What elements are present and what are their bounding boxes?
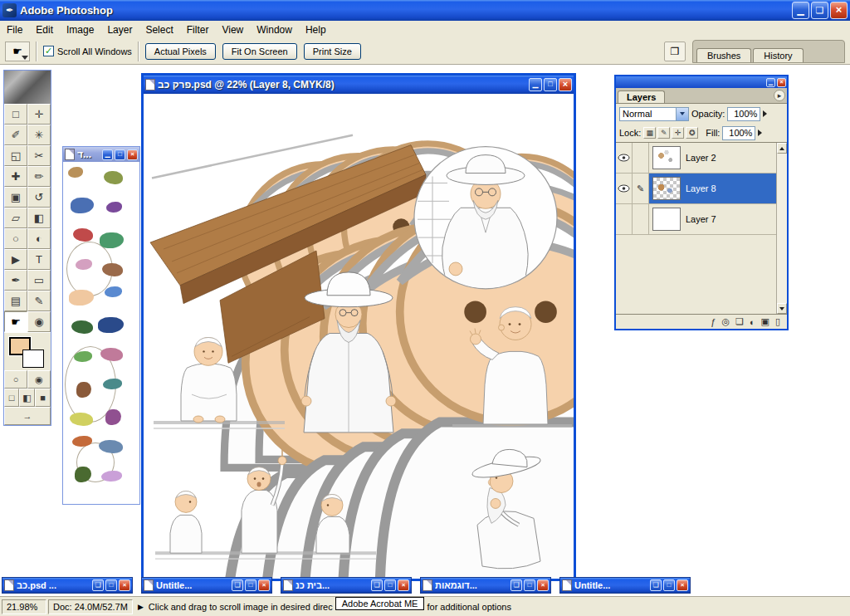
visibility-eye-empty[interactable] — [616, 204, 633, 234]
slice-tool[interactable]: ✂ — [27, 145, 51, 166]
palette-menu-button[interactable]: ▸ — [774, 90, 785, 101]
restore-button[interactable]: ❏ — [811, 2, 828, 19]
hand-tool[interactable]: ☛ — [4, 311, 27, 332]
document-canvas[interactable] — [144, 94, 574, 579]
layer-row[interactable]: Layer 2 — [616, 143, 776, 174]
close-button[interactable]: × — [127, 149, 138, 160]
menu-file[interactable]: File — [0, 22, 29, 37]
close-button[interactable]: × — [537, 579, 549, 591]
color-samples-titlebar[interactable]: ד... ▁ □ × — [63, 147, 139, 162]
maximize-button[interactable]: □ — [384, 579, 396, 591]
palette-titlebar[interactable]: ▁ × — [616, 76, 787, 88]
menu-image[interactable]: Image — [60, 22, 100, 37]
chevron-down-icon[interactable] — [676, 108, 688, 120]
layer-name[interactable]: Layer 7 — [686, 214, 716, 224]
lock-all-icon[interactable]: ✪ — [686, 127, 698, 139]
layers-scrollbar[interactable] — [776, 143, 787, 314]
layer-name[interactable]: Layer 8 — [686, 183, 716, 193]
crop-tool[interactable]: ◱ — [4, 145, 27, 166]
close-button[interactable]: × — [258, 579, 270, 591]
restore-button[interactable]: ❏ — [371, 579, 383, 591]
minimized-document[interactable]: בית כנ... ❏ □ × — [281, 577, 412, 594]
notes-tool[interactable]: ▤ — [4, 291, 27, 311]
layer-row[interactable]: Layer 7 — [616, 204, 776, 235]
brush-tool[interactable]: ✏ — [27, 166, 51, 187]
lock-image-icon[interactable]: ✎ — [657, 127, 670, 139]
healing-brush-tool[interactable]: ✚ — [4, 166, 27, 187]
swatch-blob-field[interactable] — [63, 162, 139, 504]
close-button[interactable]: × — [777, 78, 786, 87]
fill-input[interactable]: 100% — [722, 126, 755, 140]
tab-layers[interactable]: Layers — [618, 90, 665, 103]
minimize-button[interactable]: ▁ — [792, 2, 809, 19]
background-color-swatch[interactable] — [22, 350, 44, 368]
maximize-button[interactable]: □ — [524, 579, 535, 591]
opacity-slider-arrow-icon[interactable] — [763, 110, 767, 117]
visibility-eye-icon[interactable] — [616, 174, 633, 203]
dodge-tool[interactable]: ◐ — [27, 228, 51, 249]
close-button[interactable]: × — [398, 579, 409, 591]
menu-select[interactable]: Select — [139, 22, 179, 37]
fit-on-screen-button[interactable]: Fit On Screen — [222, 43, 297, 60]
acrobat-popup[interactable]: Adobe Acrobat ME — [335, 597, 425, 610]
layer-row-active[interactable]: ✎ Layer 8 — [616, 174, 776, 204]
restore-button[interactable]: ❏ — [510, 579, 522, 591]
layer-name[interactable]: Layer 2 — [686, 153, 716, 163]
actual-pixels-button[interactable]: Actual Pixels — [145, 43, 216, 60]
menu-layer[interactable]: Layer — [100, 22, 139, 37]
minimized-document[interactable]: דוגמאות... ❏ □ × — [420, 577, 551, 594]
history-brush-tool[interactable]: ↺ — [27, 187, 51, 208]
layer-thumbnail[interactable] — [652, 146, 681, 169]
gradient-tool[interactable]: ◧ — [27, 208, 51, 228]
close-button[interactable]: × — [830, 2, 848, 19]
tab-history[interactable]: History — [753, 48, 803, 62]
layer-thumbnail[interactable] — [652, 208, 681, 231]
minimize-button[interactable]: ▁ — [529, 78, 542, 91]
scroll-up-button[interactable] — [777, 143, 787, 154]
restore-button[interactable]: ❏ — [650, 579, 662, 591]
status-arrow-icon[interactable]: ▶ — [138, 603, 144, 611]
delete-layer-icon[interactable]: ▯ — [775, 316, 780, 327]
file-browser-toggle-button[interactable]: ❐ — [664, 42, 686, 61]
link-cell[interactable] — [633, 204, 649, 234]
new-layer-set-icon[interactable]: ❏ — [735, 316, 744, 327]
restore-button[interactable]: ❏ — [232, 579, 243, 591]
toolbox-artwork[interactable] — [4, 71, 51, 104]
maximize-button[interactable]: □ — [105, 579, 117, 591]
path-selection-tool[interactable]: ▶ — [4, 249, 27, 270]
menu-edit[interactable]: Edit — [29, 22, 60, 37]
layer-thumbnail[interactable] — [652, 177, 681, 200]
scroll-all-windows-checkbox[interactable]: ✓ Scroll All Windows — [43, 46, 132, 56]
lasso-tool[interactable]: ✐ — [4, 125, 27, 145]
visibility-eye-icon[interactable] — [616, 143, 633, 173]
tab-brushes[interactable]: Brushes — [696, 48, 751, 62]
minimize-button[interactable]: ▁ — [766, 78, 775, 87]
maximize-button[interactable]: □ — [115, 149, 125, 160]
eraser-tool[interactable]: ▱ — [4, 208, 27, 228]
type-tool[interactable]: T — [27, 249, 51, 270]
new-layer-icon[interactable]: ▣ — [761, 316, 769, 327]
fill-slider-arrow-icon[interactable] — [758, 130, 762, 136]
adjustment-layer-icon[interactable]: ◐ — [750, 317, 755, 327]
tool-preset-picker[interactable]: ☛ — [5, 42, 30, 61]
menu-help[interactable]: Help — [299, 22, 333, 37]
close-button[interactable]: × — [559, 78, 572, 91]
close-button[interactable]: × — [119, 579, 130, 591]
maximize-button[interactable]: □ — [544, 78, 557, 91]
standard-mode-icon[interactable]: ○ — [4, 370, 27, 389]
zoom-tool[interactable]: ◉ — [27, 311, 51, 332]
link-cell[interactable] — [633, 143, 649, 173]
document-titlebar[interactable]: פרק כב.psd @ 22% (Layer 8, CMYK/8) ▁ □ × — [144, 76, 574, 94]
menu-filter[interactable]: Filter — [180, 22, 216, 37]
minimized-document[interactable]: כב.psd ... ❏ □ × — [2, 577, 133, 594]
rectangular-marquee-tool[interactable]: □ — [4, 104, 27, 125]
layer-style-icon[interactable]: ƒ — [711, 317, 716, 327]
pen-tool[interactable]: ✒ — [4, 270, 27, 291]
close-button[interactable]: × — [677, 579, 688, 591]
lock-transparency-icon[interactable]: ▦ — [643, 127, 656, 139]
scroll-down-button[interactable] — [777, 303, 787, 314]
standard-screen-mode-icon[interactable]: □ — [4, 389, 19, 407]
lock-position-icon[interactable]: ✛ — [672, 127, 684, 139]
minimized-document[interactable]: Untitle... ❏ □ × — [141, 577, 272, 594]
minimized-document[interactable]: Untitle... ❏ □ × — [559, 577, 691, 594]
